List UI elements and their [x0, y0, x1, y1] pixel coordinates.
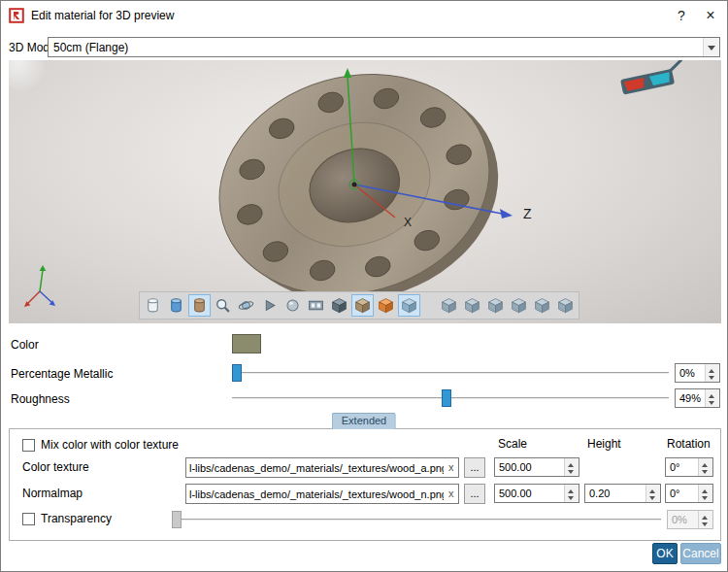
color-texture-clear-icon[interactable]: x — [448, 462, 454, 473]
wireframe-cylinder-icon[interactable] — [142, 294, 164, 317]
preset-cube-4-icon[interactable] — [508, 294, 530, 317]
spin-down-icon — [699, 520, 712, 528]
normalmap-rotation-value: 0° — [670, 488, 680, 499]
preset-cube-6-icon[interactable] — [554, 294, 577, 317]
slider-handle[interactable] — [442, 389, 451, 407]
metallic-spinbox[interactable]: 0% — [675, 363, 720, 383]
metallic-value: 0% — [679, 367, 695, 379]
spinner-arrows — [698, 485, 712, 502]
spinner-arrows — [698, 511, 712, 528]
color-texture-rotation-value: 0° — [670, 461, 680, 473]
cancel-button[interactable]: Cancel — [680, 543, 721, 564]
axis-z-label: Z — [523, 206, 532, 221]
mix-color-label: Mix color with color texture — [41, 438, 179, 452]
close-button[interactable]: × — [696, 2, 725, 29]
spin-down-icon[interactable] — [565, 467, 579, 476]
color-texture-label: Color texture — [22, 460, 89, 474]
roughness-slider[interactable] — [232, 388, 669, 408]
spinner-arrows — [564, 458, 579, 476]
shaded-cylinder-icon[interactable] — [165, 294, 187, 317]
tab-extended[interactable]: Extended — [332, 413, 396, 429]
spin-up-icon[interactable] — [706, 389, 719, 398]
transparency-spinbox: 0% — [667, 510, 713, 529]
spinner-arrows — [705, 389, 719, 407]
ok-button[interactable]: OK — [652, 543, 678, 564]
slider-groove — [232, 372, 669, 374]
spin-up-icon[interactable] — [706, 364, 719, 373]
preset-cube-2-icon[interactable] — [461, 294, 483, 317]
orbit-icon[interactable] — [235, 294, 257, 317]
axis-x-label: X — [404, 216, 412, 229]
color-label: Color — [11, 338, 39, 352]
color-swatch[interactable] — [232, 334, 261, 353]
slider-handle — [172, 511, 182, 528]
3d-scene: Z X — [9, 60, 721, 323]
edit-material-dialog: Edit material for 3D preview ? × 3D Mode… — [0, 0, 728, 572]
play-icon[interactable] — [258, 294, 281, 317]
normalmap-scale-value: 500.00 — [499, 488, 532, 499]
spin-down-icon[interactable] — [646, 493, 660, 502]
zoom-icon[interactable] — [212, 294, 234, 317]
model-select[interactable]: 50cm (Flange) — [48, 37, 720, 57]
spinner-arrows — [698, 458, 712, 476]
spin-down-icon[interactable] — [706, 398, 719, 407]
slider-groove — [172, 519, 661, 521]
textured-cylinder-icon[interactable] — [188, 294, 211, 317]
transparency-label: Transparency — [41, 512, 112, 525]
mix-color-checkbox[interactable] — [22, 439, 35, 452]
metallic-label: Percentage Metallic — [11, 367, 113, 381]
spin-down-icon[interactable] — [565, 493, 579, 502]
preset-cube-5-icon[interactable] — [531, 294, 553, 317]
transparency-value: 0% — [672, 514, 687, 525]
normalmap-path-input[interactable] — [185, 484, 459, 504]
column-header-height: Height — [587, 437, 621, 451]
roughness-spinbox[interactable]: 49% — [675, 388, 720, 408]
color-texture-rotation-spinbox[interactable]: 0° — [665, 457, 713, 477]
preset-cube-1-icon[interactable] — [438, 294, 460, 317]
spin-down-icon[interactable] — [699, 493, 712, 502]
spin-up-icon[interactable] — [646, 485, 660, 493]
flange-model[interactable] — [193, 60, 524, 323]
normalmap-browse-button[interactable]: ... — [464, 484, 485, 504]
spin-up-icon — [699, 511, 712, 520]
spin-up-icon[interactable] — [565, 485, 579, 493]
background-sphere — [9, 60, 46, 93]
column-header-rotation: Rotation — [667, 437, 711, 451]
spin-down-icon[interactable] — [699, 467, 712, 476]
normalmap-clear-icon[interactable]: x — [448, 488, 454, 499]
metallic-slider[interactable] — [232, 363, 669, 383]
normalmap-height-value: 0.20 — [589, 488, 610, 499]
axis-triad-icon — [24, 265, 55, 307]
normalmap-label: Normalmap — [22, 487, 83, 500]
spinner-arrows — [645, 485, 660, 502]
spinner-arrows — [564, 485, 579, 502]
model-value: 50cm (Flange) — [53, 41, 128, 54]
preview-3d-viewport[interactable]: Z X — [9, 60, 721, 323]
titlebar: Edit material for 3D preview ? × — [1, 1, 727, 30]
transparency-slider[interactable] — [172, 510, 661, 529]
normalmap-height-spinbox[interactable]: 0.20 — [584, 484, 661, 503]
color-texture-browse-button[interactable]: ... — [464, 457, 485, 478]
viewport-toolbar — [139, 291, 579, 320]
slider-handle[interactable] — [232, 364, 242, 382]
spin-down-icon[interactable] — [706, 373, 719, 382]
filmstrip-icon[interactable] — [305, 294, 327, 317]
normalmap-rotation-spinbox[interactable]: 0° — [665, 484, 713, 503]
transparency-checkbox[interactable] — [22, 513, 35, 525]
normalmap-scale-spinbox[interactable]: 500.00 — [494, 484, 579, 503]
preset-cube-3-icon[interactable] — [484, 294, 507, 317]
textured-cube-icon[interactable] — [351, 294, 374, 317]
spin-up-icon[interactable] — [699, 458, 712, 467]
dark-cube-icon[interactable] — [328, 294, 350, 317]
app-icon — [9, 8, 24, 23]
color-texture-scale-spinbox[interactable]: 500.00 — [494, 457, 579, 477]
sphere-icon[interactable] — [281, 294, 304, 317]
spin-up-icon[interactable] — [565, 458, 579, 467]
help-button[interactable]: ? — [667, 2, 696, 29]
spin-up-icon[interactable] — [699, 485, 712, 493]
color-texture-path-input[interactable] — [185, 457, 459, 478]
roughness-value: 49% — [679, 392, 701, 404]
orange-cube-icon[interactable] — [375, 294, 397, 317]
chevron-down-icon[interactable] — [703, 38, 719, 56]
material-cube-icon[interactable] — [398, 294, 420, 317]
